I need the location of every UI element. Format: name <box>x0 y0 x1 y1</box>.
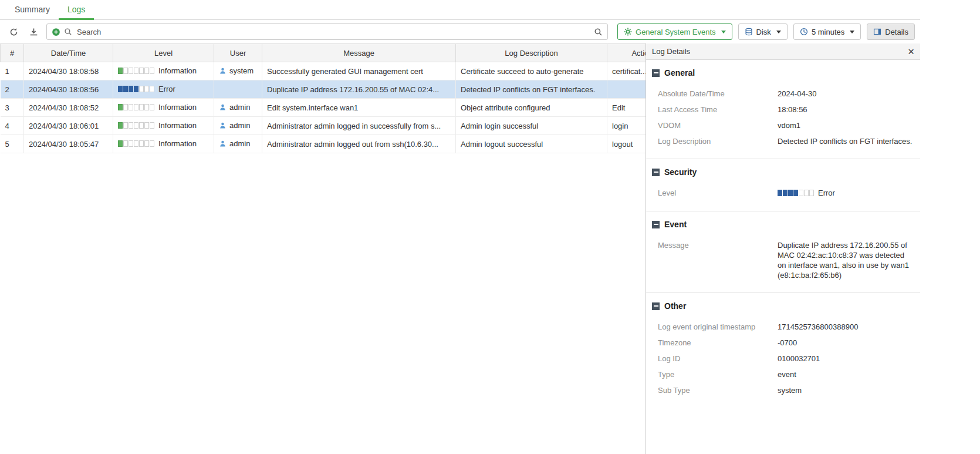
detail-field: Last Access Time 18:08:56 <box>646 102 920 117</box>
tab-logs[interactable]: Logs <box>59 0 94 20</box>
cell-level: Error <box>113 80 214 99</box>
collapse-section-icon[interactable] <box>652 302 660 310</box>
section-security-header[interactable]: Security <box>646 159 920 181</box>
col-header-user[interactable]: User <box>214 44 262 62</box>
chevron-down-icon <box>850 31 854 33</box>
section-security: Security Level Error <box>646 159 920 211</box>
search-input[interactable] <box>76 27 590 37</box>
section-title: Security <box>664 167 697 177</box>
user-label: system <box>229 66 254 75</box>
collapse-section-icon[interactable] <box>652 69 660 77</box>
level-label: Information <box>158 103 197 112</box>
details-toggle-button[interactable]: Details <box>867 23 915 40</box>
cell-datetime: 2024/04/30 18:08:56 <box>24 80 113 99</box>
cell-user: system <box>214 62 262 80</box>
log-details-title: Log Details <box>652 47 690 56</box>
field-value: event <box>778 369 914 379</box>
section-event: Event Message Duplicate IP address 172.1… <box>646 211 920 292</box>
level-label: Information <box>158 121 197 130</box>
field-label: VDOM <box>658 120 778 130</box>
user-label: admin <box>229 121 250 130</box>
section-title: Event <box>664 220 687 229</box>
user-label: admin <box>229 103 250 112</box>
add-filter-icon[interactable] <box>52 28 60 36</box>
chevron-down-icon <box>776 31 781 33</box>
cell-message: Duplicate IP address 172.16.200.55 of MA… <box>262 80 456 99</box>
section-general-header[interactable]: General <box>646 60 920 82</box>
refresh-button[interactable] <box>5 23 22 40</box>
detail-field: Log Description Detected IP conflicts on… <box>646 133 920 149</box>
level-indicator <box>118 86 154 92</box>
cell-message: Successfully generated GUI management ce… <box>262 62 456 80</box>
cell-user: admin <box>214 117 262 135</box>
cell-action: logout <box>607 135 646 153</box>
log-viewer-app: Summary Logs General System Events <box>0 0 920 454</box>
tab-summary[interactable]: Summary <box>6 0 59 20</box>
time-range-dropdown[interactable]: 5 minutes <box>793 23 861 40</box>
col-header-datetime[interactable]: Date/Time <box>24 44 113 62</box>
section-event-header[interactable]: Event <box>646 211 920 234</box>
field-label: Type <box>658 369 778 379</box>
section-other: Other Log event original timestamp 17145… <box>646 292 920 408</box>
details-icon <box>873 28 881 36</box>
field-label: Sub Type <box>658 385 778 395</box>
field-value: Duplicate IP address 172.16.200.55 of MA… <box>778 240 914 280</box>
download-button[interactable] <box>25 23 42 40</box>
log-row[interactable]: 4 2024/04/30 18:06:01 Information admin … <box>1 117 646 135</box>
level-indicator <box>118 140 154 147</box>
section-general: General Absolute Date/Time 2024-04-30 La… <box>646 60 920 159</box>
level-label: Error <box>818 188 835 198</box>
level-indicator <box>778 190 814 196</box>
field-label: Timezone <box>658 338 778 348</box>
log-source-dropdown[interactable]: Disk <box>738 23 788 40</box>
col-header-message[interactable]: Message <box>262 44 456 62</box>
log-details-header: Log Details × <box>646 43 920 60</box>
cell-action: Edit <box>607 99 646 117</box>
level-indicator <box>118 104 154 110</box>
cell-description: Admin logout successful <box>456 135 607 153</box>
log-table-area: # Date/Time Level User Message Log Descr… <box>0 43 646 454</box>
cell-datetime: 2024/04/30 18:06:01 <box>24 117 113 135</box>
log-row[interactable]: 5 2024/04/30 18:05:47 Information admin … <box>1 135 646 153</box>
log-details-panel: Log Details × General Absolute Date/Time… <box>646 43 920 454</box>
detail-field-message: Message Duplicate IP address 172.16.200.… <box>646 237 920 283</box>
close-icon[interactable]: × <box>908 46 914 57</box>
detail-field: VDOM vdom1 <box>646 117 920 133</box>
section-other-header[interactable]: Other <box>646 293 920 315</box>
log-row[interactable]: 1 2024/04/30 18:08:58 Information system… <box>1 62 646 80</box>
user-icon <box>219 103 227 111</box>
col-header-num[interactable]: # <box>1 44 24 62</box>
main-area: # Date/Time Level User Message Log Descr… <box>0 43 920 454</box>
event-type-dropdown[interactable]: General System Events <box>617 23 732 40</box>
log-source-label: Disk <box>756 28 771 36</box>
level-indicator <box>118 68 154 74</box>
collapse-section-icon[interactable] <box>652 169 660 176</box>
table-header-row: # Date/Time Level User Message Log Descr… <box>1 44 646 62</box>
gear-icon <box>624 28 632 36</box>
detail-field: Absolute Date/Time 2024-04-30 <box>646 86 920 102</box>
user-icon <box>219 67 227 75</box>
field-label: Last Access Time <box>658 105 778 115</box>
log-details-body: General Absolute Date/Time 2024-04-30 La… <box>646 60 920 454</box>
cell-num: 3 <box>1 99 24 117</box>
cell-message: Administrator admin logged out from ssh(… <box>262 135 456 153</box>
search-submit-icon[interactable] <box>594 28 603 36</box>
toolbar: General System Events Disk 5 minutes Det… <box>0 20 920 43</box>
search-bar[interactable] <box>46 23 608 40</box>
cell-message: Administrator admin logged in successful… <box>262 117 456 135</box>
log-row-selected[interactable]: 2 2024/04/30 18:08:56 Error Duplicate IP… <box>1 80 646 99</box>
col-header-action[interactable]: Action <box>607 44 646 62</box>
cell-num: 2 <box>1 80 24 99</box>
col-header-level[interactable]: Level <box>113 44 214 62</box>
cell-user: admin <box>214 99 262 117</box>
cell-level: Information <box>113 135 214 153</box>
field-label: Message <box>658 240 778 250</box>
log-row[interactable]: 3 2024/04/30 18:08:52 Information admin … <box>1 99 646 117</box>
field-label: Log event original timestamp <box>658 322 778 332</box>
level-label: Information <box>158 66 197 75</box>
field-value: vdom1 <box>778 120 914 130</box>
cell-message: Edit system.interface wan1 <box>262 99 456 117</box>
field-label: Log ID <box>658 354 778 364</box>
collapse-section-icon[interactable] <box>652 221 660 228</box>
col-header-description[interactable]: Log Description <box>456 44 607 62</box>
